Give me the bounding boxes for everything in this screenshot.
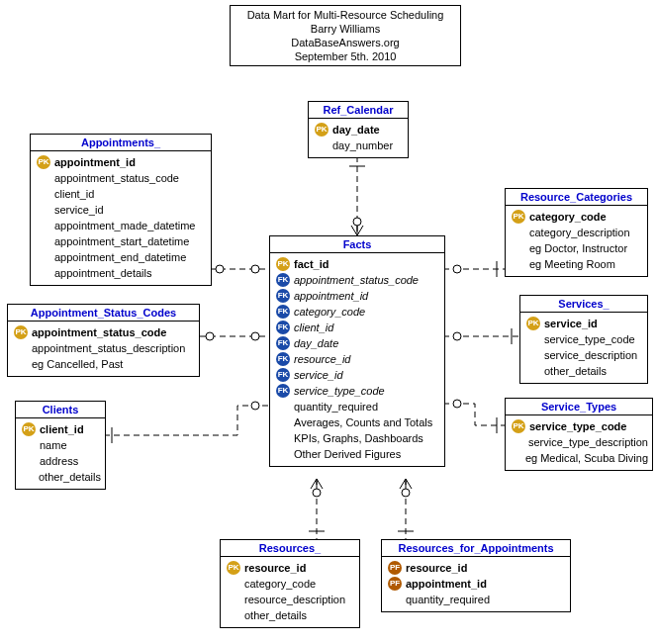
field-label: appointment_status_code bbox=[54, 170, 179, 186]
title-line3: DataBaseAnswers.org bbox=[240, 36, 450, 49]
field-label: resource_id bbox=[244, 560, 306, 576]
entity-header: Resources_for_Appointments bbox=[382, 540, 570, 557]
field-row: FKservice_id bbox=[276, 367, 440, 383]
entity-header: Facts bbox=[270, 236, 444, 253]
field-row: service_id bbox=[37, 202, 207, 218]
field-row: eg Meeting Room bbox=[512, 256, 643, 272]
entity-header: Resources_ bbox=[221, 540, 359, 557]
foreign-key-icon: FK bbox=[276, 368, 290, 382]
field-row: appointment_made_datetime bbox=[37, 218, 207, 233]
field-label: client_id bbox=[294, 320, 333, 335]
entity-service-types: Service_Types PKservice_type_codeservice… bbox=[505, 398, 653, 471]
diagram-title: Data Mart for Multi-Resource Scheduling … bbox=[230, 5, 461, 66]
field-label: resource_id bbox=[406, 560, 467, 576]
field-row: service_type_description bbox=[512, 434, 648, 450]
field-row: other_details bbox=[227, 607, 355, 623]
field-row: name bbox=[22, 437, 101, 453]
field-row: PFappointment_id bbox=[388, 576, 566, 592]
field-row: other_details bbox=[22, 469, 101, 485]
field-row: FKresource_id bbox=[276, 351, 440, 367]
primary-key-icon: PK bbox=[227, 561, 240, 575]
entity-header: Appointment_Status_Codes bbox=[8, 305, 199, 322]
field-row: PFresource_id bbox=[388, 560, 566, 576]
field-label: category_description bbox=[529, 225, 630, 240]
field-row: FKappointment_status_code bbox=[276, 272, 440, 288]
entity-ref-calendar: Ref_Calendar PKday_dateday_number bbox=[308, 101, 409, 158]
primary-key-icon: PK bbox=[22, 422, 36, 436]
field-row: day_number bbox=[315, 138, 404, 153]
primary-key-icon: PK bbox=[14, 325, 28, 339]
field-row: FKday_date bbox=[276, 335, 440, 351]
primary-key-icon: PK bbox=[526, 317, 540, 330]
field-label: other_details bbox=[544, 363, 607, 379]
field-row: PKresource_id bbox=[227, 560, 355, 576]
entity-header: Services_ bbox=[520, 296, 647, 313]
field-label: appointment_end_datetime bbox=[54, 249, 186, 265]
field-row: appointment_status_description bbox=[14, 340, 195, 356]
field-row: appointment_status_code bbox=[37, 170, 207, 186]
field-row: FKappointment_id bbox=[276, 288, 440, 304]
field-label: category_code bbox=[529, 209, 607, 225]
entity-clients: Clients PKclient_idnameaddressother_deta… bbox=[15, 401, 106, 490]
field-row: service_type_code bbox=[526, 331, 643, 347]
field-label: Averages, Counts and Totals bbox=[294, 414, 432, 430]
foreign-key-icon: FK bbox=[276, 321, 290, 334]
field-label: name bbox=[40, 437, 67, 453]
field-label: client_id bbox=[54, 186, 94, 202]
field-label: appointment_id bbox=[406, 576, 487, 592]
field-label: appointment_made_datetime bbox=[54, 218, 195, 233]
field-row: PKday_date bbox=[315, 122, 404, 138]
entity-appointments: Appointments_ PKappointment_idappointmen… bbox=[30, 134, 212, 286]
svg-point-8 bbox=[251, 332, 259, 340]
pk-fk-icon: PF bbox=[388, 577, 402, 591]
field-label: eg Doctor, Instructor bbox=[529, 240, 627, 256]
primary-key-icon: PK bbox=[512, 210, 525, 224]
foreign-key-icon: FK bbox=[276, 273, 290, 287]
title-line1: Data Mart for Multi-Resource Scheduling bbox=[240, 8, 450, 22]
field-label: client_id bbox=[40, 421, 84, 437]
field-label: eg Meeting Room bbox=[529, 256, 615, 272]
field-label: service_id bbox=[54, 202, 104, 218]
field-row: client_id bbox=[37, 186, 207, 202]
field-label: service_description bbox=[544, 347, 637, 363]
field-label: fact_id bbox=[294, 256, 328, 272]
entity-header: Resource_Categories bbox=[506, 189, 647, 206]
field-row: eg Medical, Scuba Diving bbox=[512, 450, 648, 466]
entity-facts: Facts PKfact_idFKappointment_status_code… bbox=[269, 235, 445, 467]
svg-point-16 bbox=[453, 332, 461, 340]
field-label: service_type_code bbox=[294, 383, 385, 399]
field-label: eg Cancelled, Past bbox=[32, 356, 123, 372]
field-label: other_details bbox=[244, 607, 307, 623]
field-label: category_code bbox=[294, 304, 365, 320]
field-label: day_number bbox=[332, 138, 393, 153]
field-row: Averages, Counts and Totals bbox=[276, 414, 440, 430]
field-label: service_id bbox=[294, 367, 343, 383]
field-label: category_code bbox=[244, 576, 316, 592]
primary-key-icon: PK bbox=[37, 155, 50, 169]
primary-key-icon: PK bbox=[512, 419, 525, 433]
field-row: PKclient_id bbox=[22, 421, 101, 437]
pk-fk-icon: PF bbox=[388, 561, 402, 575]
field-row: appointment_details bbox=[37, 265, 207, 281]
field-row: appointment_start_datetime bbox=[37, 233, 207, 249]
entity-header: Ref_Calendar bbox=[309, 102, 408, 119]
field-row: PKfact_id bbox=[276, 256, 440, 272]
field-row: quantity_required bbox=[388, 592, 566, 607]
svg-point-24 bbox=[402, 489, 410, 497]
field-label: resource_description bbox=[244, 592, 345, 607]
field-label: service_type_description bbox=[528, 434, 648, 450]
primary-key-icon: PK bbox=[276, 257, 290, 271]
field-label: day_date bbox=[294, 335, 338, 351]
title-line4: September 5th. 2010 bbox=[240, 49, 450, 63]
field-label: appointment_details bbox=[54, 265, 151, 281]
foreign-key-icon: FK bbox=[276, 305, 290, 319]
entity-header: Appointments_ bbox=[31, 135, 211, 151]
svg-point-18 bbox=[453, 400, 461, 408]
field-row: resource_description bbox=[227, 592, 355, 607]
field-label: eg Medical, Scuba Diving bbox=[525, 450, 648, 466]
field-row: eg Doctor, Instructor bbox=[512, 240, 643, 256]
field-label: appointment_id bbox=[54, 154, 136, 170]
field-label: address bbox=[40, 453, 78, 469]
field-label: appointment_start_datetime bbox=[54, 233, 189, 249]
foreign-key-icon: FK bbox=[276, 289, 290, 303]
